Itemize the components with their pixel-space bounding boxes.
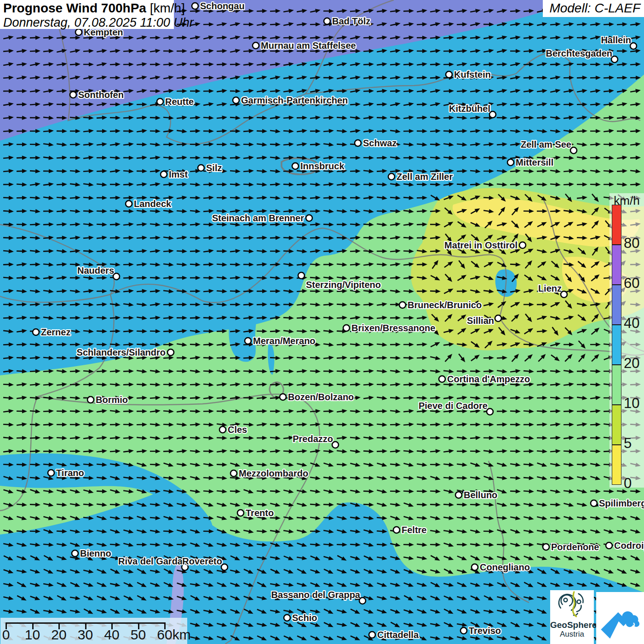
city-marker	[48, 470, 54, 476]
city-marker	[233, 97, 239, 104]
city-label: Hallein	[601, 35, 631, 45]
city-marker	[198, 165, 204, 171]
city-label: Sillian	[467, 316, 494, 326]
city-marker	[399, 302, 406, 308]
city-steinach-am-brenner: Steinach am Brenner	[212, 213, 312, 223]
legend-tick-label: 10	[624, 395, 639, 412]
city-label: Schongau	[200, 1, 245, 11]
city-label: Landeck	[134, 199, 172, 209]
city-pordenone: Pordenone	[543, 542, 599, 552]
city-marker	[446, 71, 452, 78]
map-title-panel: Prognose Wind 700hPa [km/h] Donnerstag, …	[0, 0, 174, 29]
legend-segment-40	[612, 285, 621, 325]
map-scale-bar: 0102030405060km	[0, 618, 187, 644]
city-label: Sterzing/Vipiteno	[306, 280, 381, 290]
city-marker	[495, 315, 501, 322]
city-label: Bruneck/Brunico	[408, 300, 482, 310]
city-label: Mezzolombardo	[239, 468, 308, 478]
city-label: Bad Tölz	[332, 16, 370, 26]
city-label: Kitzbühel	[449, 104, 490, 114]
legend-tick-label: 80	[624, 235, 639, 252]
city-label: Schio	[292, 613, 317, 623]
city-mezzolombardo: Mezzolombardo	[230, 468, 308, 478]
city-innsbruck: Innsbruck	[292, 161, 345, 171]
city-schongau: Schongau	[192, 1, 245, 11]
legend-segment-20	[612, 325, 621, 365]
city-label: Treviso	[469, 626, 501, 636]
city-label: Bozen/Bolzano	[288, 392, 354, 402]
city-cles: Cles	[219, 425, 247, 435]
city-label: Kufstein	[454, 69, 491, 80]
city-label: Predazzo	[293, 434, 333, 444]
city-label: Spilimbergo	[599, 498, 644, 508]
city-marker	[245, 338, 251, 344]
city-marker	[87, 397, 94, 403]
scale-label: 10	[25, 627, 40, 643]
city-label: Belluno	[464, 490, 497, 500]
city-marker	[591, 500, 597, 506]
city-label: Rovereto	[182, 556, 222, 566]
scale-label: 50	[131, 627, 146, 643]
city-label: Berchtesgaden	[546, 48, 613, 58]
city-marker	[237, 510, 244, 516]
legend-segment-0	[612, 445, 621, 485]
city-label: Bormio	[96, 395, 128, 405]
city-label: Bassano del Grappa	[271, 590, 361, 600]
city-marker	[343, 325, 350, 331]
city-marker	[230, 470, 237, 477]
city-label: Pieve di Cadore	[419, 401, 488, 411]
weather-map-stage: SchongauBad TölzKemptenMurnau am Staffel…	[0, 0, 644, 644]
city-label: Zernez	[41, 327, 70, 337]
city-marker	[332, 442, 339, 448]
city-marker	[219, 426, 226, 433]
legend-tick-label: 40	[624, 315, 639, 332]
city-silz: Silz	[198, 163, 222, 173]
city-marker	[298, 272, 305, 279]
city-label: Zell am Ziller	[397, 172, 453, 182]
city-marker	[359, 598, 366, 604]
page-title: Prognose Wind 700hPa [km/h]	[3, 1, 170, 16]
scale-label: 20	[51, 627, 66, 643]
city-marker	[487, 408, 493, 415]
city-marker	[72, 550, 78, 557]
city-label: Cortina d'Ampezzo	[447, 374, 530, 384]
city-marker	[221, 564, 228, 570]
city-marker	[161, 171, 167, 178]
title-text: Prognose Wind 700hPa	[3, 1, 146, 15]
city-label: Schwaz	[363, 138, 397, 148]
legend-segment-80	[612, 205, 621, 245]
city-label: Steinach am Brenner	[212, 213, 304, 223]
city-marker	[33, 329, 39, 335]
model-label: Modell: C-LAEF	[549, 1, 640, 16]
wind-forecast-map: SchongauBad TölzKemptenMurnau am Staffel…	[0, 0, 644, 644]
city-marker	[455, 492, 462, 498]
city-marker	[611, 56, 618, 63]
city-marker	[507, 159, 514, 166]
scale-label: 0	[2, 627, 10, 643]
city-marker	[630, 43, 637, 49]
geosphere-logo-name: GeoSphere	[550, 621, 594, 630]
geosphere-contour-icon	[558, 590, 587, 619]
city-marker	[253, 42, 259, 49]
title-unit: [km/h]	[146, 1, 185, 15]
legend-tick-label: 0	[624, 475, 632, 492]
legend-segment-5	[612, 405, 621, 445]
city-label: Brixen/Bressanone	[351, 323, 435, 333]
city-brixen-bressanone: Brixen/Bressanone	[343, 323, 435, 333]
city-label: Conegliano	[480, 562, 530, 572]
city-label: Zell am See	[521, 139, 571, 150]
city-marker	[167, 349, 174, 356]
city-murnau-am-staffelsee: Murnau am Staffelsee	[253, 40, 356, 51]
city-marker	[543, 544, 549, 550]
city-label: Matrei in Osttirol	[444, 240, 518, 250]
legend-tick-label: 60	[624, 275, 639, 292]
city-label: Cittadella	[377, 630, 419, 640]
partner-logo-box	[596, 592, 644, 644]
legend-tick-label: 20	[624, 355, 639, 372]
city-label: Trento	[246, 508, 274, 518]
city-marker	[113, 273, 120, 280]
legend-segment-10	[612, 365, 621, 405]
city-marker	[519, 242, 526, 248]
city-marker	[570, 147, 577, 154]
mountain-cloud-icon	[596, 592, 644, 644]
